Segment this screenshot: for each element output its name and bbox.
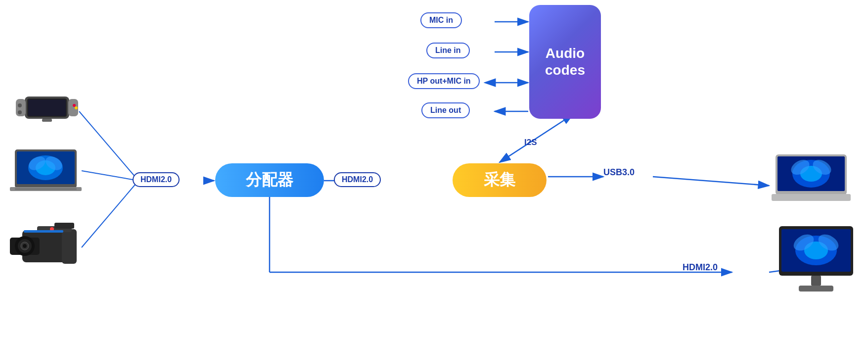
capture-box: 采集	[453, 163, 547, 197]
svg-rect-41	[15, 188, 77, 190]
mic-in-label: MIC in	[420, 12, 462, 28]
svg-point-30	[73, 104, 76, 107]
svg-rect-52	[24, 230, 63, 233]
svg-point-29	[18, 110, 22, 114]
device-switch	[15, 92, 79, 126]
svg-rect-60	[772, 194, 851, 201]
distributor-box: 分配器	[215, 163, 324, 197]
svg-rect-48	[62, 229, 77, 264]
line-in-label: Line in	[426, 43, 470, 58]
svg-point-31	[75, 106, 78, 109]
hdmi-right-label: HDMI2.0	[683, 262, 718, 273]
svg-point-28	[18, 103, 22, 107]
svg-point-47	[23, 244, 27, 248]
device-camera	[7, 220, 84, 275]
hp-out-mic-in-label: HP out+MIC in	[408, 73, 480, 89]
device-monitor-right	[777, 225, 853, 290]
svg-line-18	[653, 177, 769, 186]
usb-right-label: USB3.0	[603, 167, 635, 178]
line-out-label: Line out	[421, 102, 470, 118]
hdmi-left-label: HDMI2.0	[133, 172, 180, 187]
svg-line-11	[79, 111, 138, 181]
audio-codes-box: Audio codes	[529, 5, 601, 119]
svg-rect-51	[54, 223, 74, 229]
svg-rect-24	[28, 99, 66, 116]
device-laptop-right	[772, 153, 851, 203]
svg-line-12	[82, 171, 138, 181]
device-laptop-left	[10, 148, 82, 193]
svg-rect-68	[811, 276, 821, 286]
i2s-label: I2S	[524, 138, 537, 147]
hdmi-mid-label: HDMI2.0	[334, 172, 381, 187]
svg-line-13	[82, 181, 138, 247]
svg-rect-69	[799, 286, 833, 292]
diagram-container: Audio codes MIC in Line in HP out+MIC in…	[0, 0, 868, 341]
svg-rect-32	[42, 119, 52, 122]
